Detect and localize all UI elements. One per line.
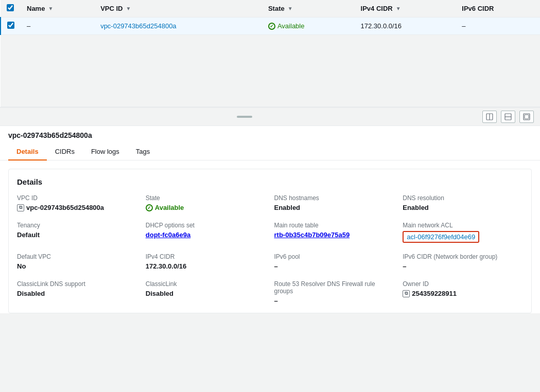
svg-rect-5 xyxy=(525,115,529,119)
detail-owner-id-item: Owner ID ⧉ 254359228911 xyxy=(403,280,523,305)
panel-split-horizontal-button[interactable] xyxy=(501,111,515,123)
dhcp-label: DHCP options set xyxy=(146,222,266,229)
detail-tenancy-item: Tenancy Default xyxy=(17,222,137,243)
vpc-id-filter-icon[interactable]: ▼ xyxy=(126,6,131,11)
panel-full-button[interactable] xyxy=(519,111,534,123)
dns-resolution-value: Enabled xyxy=(403,204,523,211)
vpc-id-link[interactable]: vpc-029743b65d254800a xyxy=(100,22,176,30)
detail-ipv6-cidr-ng-item: IPv6 CIDR (Network border group) – xyxy=(403,253,523,270)
default-vpc-value: No xyxy=(17,262,137,270)
default-vpc-label: Default VPC xyxy=(17,253,137,260)
state-value: Available xyxy=(268,22,349,30)
state-status-icon xyxy=(146,204,153,211)
classiclink-value: Disabled xyxy=(146,290,266,297)
detail-dns-hostnames-item: DNS hostnames Enabled xyxy=(274,194,395,211)
tenancy-value: Default xyxy=(17,231,137,239)
tabs-bar: Details CIDRs Flow logs Tags xyxy=(0,144,540,161)
route-table-link[interactable]: rtb-0b35c4b7b09e75a59 xyxy=(274,231,350,239)
detail-ipv4-cidr-item: IPv4 CIDR 172.30.0.0/16 xyxy=(146,253,266,270)
tab-tags[interactable]: Tags xyxy=(128,144,158,161)
tenancy-label: Tenancy xyxy=(17,222,137,229)
details-card: Details VPC ID ⧉ vpc-029743b65d254800a S… xyxy=(8,169,532,313)
state-filter-icon[interactable]: ▼ xyxy=(288,6,293,11)
classiclink-label: ClassicLink xyxy=(146,280,266,288)
detail-header: vpc-029743b65d254800a xyxy=(0,126,540,139)
card-title: Details xyxy=(17,177,523,186)
main-route-label: Main route table xyxy=(274,222,395,229)
drag-handle[interactable] xyxy=(237,116,252,118)
dns-hostnames-label: DNS hostnames xyxy=(274,194,395,202)
detail-panel: vpc-029743b65d254800a Details CIDRs Flow… xyxy=(0,126,540,313)
main-route-value: rtb-0b35c4b7b09e75a59 xyxy=(274,231,395,239)
vpc-table-section: Name ▼ VPC ID ▼ State ▼ xyxy=(0,0,540,108)
row-checkbox[interactable] xyxy=(7,22,14,29)
ipv4-cidr-value: 172.30.0.0/16 xyxy=(146,262,266,270)
route53-label: Route 53 Resolver DNS Firewall rule grou… xyxy=(274,280,395,295)
tab-flow-logs[interactable]: Flow logs xyxy=(83,144,128,161)
panel-full-icon xyxy=(523,113,530,120)
select-all-checkbox[interactable] xyxy=(7,4,14,11)
tab-details[interactable]: Details xyxy=(8,144,47,161)
row-ipv6-cidr: – xyxy=(456,17,540,35)
detail-ipv6-pool-item: IPv6 pool – xyxy=(274,253,395,270)
ipv6-pool-label: IPv6 pool xyxy=(274,253,395,260)
row-name: – xyxy=(21,17,94,35)
vpc-id-label: VPC ID xyxy=(17,194,137,202)
panel-split-vertical-button[interactable] xyxy=(482,111,497,123)
ipv6-cidr-ng-value: – xyxy=(403,262,523,270)
detail-network-acl-item: Main network ACL acl-06f9276f9efd04e69 xyxy=(403,222,523,243)
state-detail-value: Available xyxy=(146,204,266,211)
col-vpc-id: VPC ID ▼ xyxy=(94,0,262,17)
classiclink-dns-value: Disabled xyxy=(17,290,137,297)
main-network-acl-value: acl-06f9276f9efd04e69 xyxy=(403,231,523,243)
panel-controls xyxy=(482,111,534,123)
ipv6-pool-value: – xyxy=(274,262,395,270)
ipv6-cidr-ng-label: IPv6 CIDR (Network border group) xyxy=(403,253,523,260)
detail-vpc-id: vpc-029743b65d254800a xyxy=(8,131,92,139)
vpc-id-value: ⧉ vpc-029743b65d254800a xyxy=(17,204,137,211)
row-checkbox-cell[interactable] xyxy=(1,17,21,35)
detail-default-vpc-item: Default VPC No xyxy=(17,253,137,270)
copy-icon[interactable]: ⧉ xyxy=(17,204,24,211)
owner-copy-icon[interactable]: ⧉ xyxy=(403,290,410,297)
col-name: Name ▼ xyxy=(21,0,94,17)
col-state: State ▼ xyxy=(262,0,355,17)
vpc-table: Name ▼ VPC ID ▼ State ▼ xyxy=(0,0,540,107)
detail-vpc-id-item: VPC ID ⧉ vpc-029743b65d254800a xyxy=(17,194,137,211)
details-grid: VPC ID ⧉ vpc-029743b65d254800a State Ava… xyxy=(17,194,523,305)
classiclink-dns-label: ClassicLink DNS support xyxy=(17,280,137,288)
panel-split-horizontal-icon xyxy=(504,113,512,120)
detail-route-table-item: Main route table rtb-0b35c4b7b09e75a59 xyxy=(274,222,395,243)
row-state: Available xyxy=(262,17,355,35)
detail-classiclink-dns-item: ClassicLink DNS support Disabled xyxy=(17,280,137,305)
select-all-header[interactable] xyxy=(1,0,21,17)
owner-id-label: Owner ID xyxy=(403,280,523,288)
tab-cidrs[interactable]: CIDRs xyxy=(47,144,83,161)
row-ipv4-cidr: 172.30.0.0/16 xyxy=(355,17,456,35)
row-vpc-id: vpc-029743b65d254800a xyxy=(94,17,262,35)
dns-resolution-label: DNS resolution xyxy=(403,194,523,202)
main-network-acl-label: Main network ACL xyxy=(403,222,523,229)
col-ipv6-cidr: IPv6 CIDR xyxy=(456,0,540,17)
ipv4-cidr-filter-icon[interactable]: ▼ xyxy=(396,6,401,11)
state-label: State xyxy=(146,194,266,202)
dhcp-link[interactable]: dopt-fc0a6e9a xyxy=(146,231,190,239)
detail-route53-item: Route 53 Resolver DNS Firewall rule grou… xyxy=(274,280,395,305)
col-ipv4-cidr: IPv4 CIDR ▼ xyxy=(355,0,456,17)
status-icon xyxy=(268,23,275,30)
name-filter-icon[interactable]: ▼ xyxy=(48,6,53,11)
ipv4-cidr-label: IPv4 CIDR xyxy=(146,253,266,260)
dns-hostnames-value: Enabled xyxy=(274,204,395,211)
panel-split-vertical-icon xyxy=(486,113,493,120)
detail-state-item: State Available xyxy=(146,194,266,211)
divider-bar xyxy=(0,108,540,126)
detail-dhcp-item: DHCP options set dopt-fc0a6e9a xyxy=(146,222,266,243)
detail-dns-resolution-item: DNS resolution Enabled xyxy=(403,194,523,211)
owner-id-value: ⧉ 254359228911 xyxy=(403,290,523,297)
dhcp-value: dopt-fc0a6e9a xyxy=(146,231,266,239)
network-acl-link[interactable]: acl-06f9276f9efd04e69 xyxy=(403,231,479,243)
detail-classiclink-item: ClassicLink Disabled xyxy=(146,280,266,305)
route53-value: – xyxy=(274,297,395,305)
table-row[interactable]: – vpc-029743b65d254800a Available 172.30… xyxy=(1,17,540,35)
